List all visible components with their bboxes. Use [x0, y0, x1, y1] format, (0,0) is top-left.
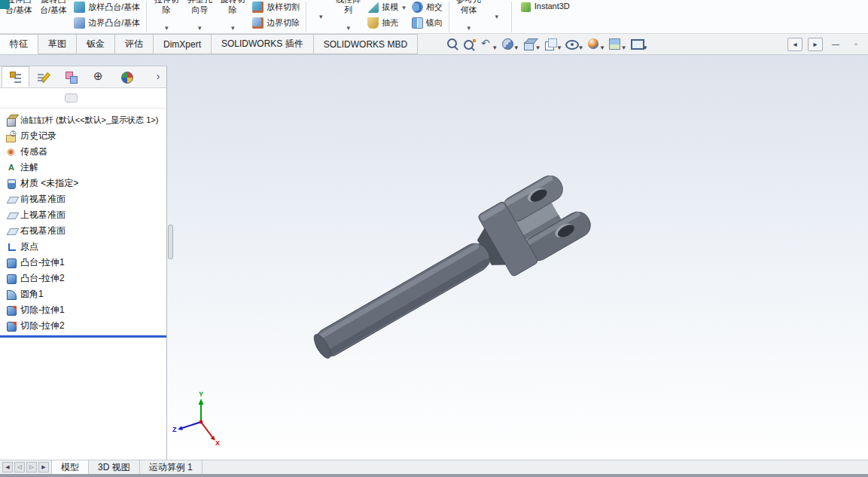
lofted-boss-button[interactable]: 放样凸台/基体 [74, 1, 140, 14]
instant3d-label: Instant3D [535, 2, 570, 11]
tab-dimxpert[interactable]: DimXpert [153, 34, 212, 54]
tab-features[interactable]: 特征 [0, 34, 38, 54]
boundary-boss-icon [74, 17, 85, 29]
headsup-icon [608, 38, 622, 51]
shell-button[interactable]: 抽壳 [367, 17, 406, 29]
revolved-cut-button[interactable]: 旋转切 除 [216, 0, 249, 32]
dropdown-caret-icon[interactable] [231, 23, 235, 32]
tab-scroll-last-button[interactable]: ▶ [38, 462, 49, 472]
tree-item[interactable]: 历史记录 [0, 128, 166, 144]
boundary-boss-button[interactable]: 边界凸台/基体 [74, 17, 140, 29]
triad-z-arrow [178, 426, 183, 430]
linear-pattern-button[interactable]: 线性阵 列 [332, 0, 364, 32]
commandmanager-tab-bar: 特征 草图 钣金 评估 DimXpert SOLIDWORKS 插件 SOLID… [0, 34, 868, 55]
view-orientation-button[interactable] [521, 35, 543, 54]
tab-scroll-first-button[interactable]: ◀ [2, 462, 13, 472]
dropdown-caret-icon[interactable] [558, 39, 562, 53]
hide-show-items-button[interactable] [564, 35, 586, 54]
tab-sheet-metal[interactable]: 钣金 [76, 34, 115, 54]
dropdown-caret-icon[interactable] [495, 11, 498, 20]
dropdown-caret-icon[interactable] [493, 39, 497, 53]
dropdown-caret-icon[interactable] [198, 23, 202, 32]
fillet-button[interactable] [309, 0, 332, 20]
tree-item[interactable]: 上视基准面 [0, 207, 166, 223]
tree-item[interactable]: 凸台-拉伸2 [0, 271, 166, 286]
mirror-button[interactable]: 镜向 [412, 17, 443, 29]
zoom-to-area-button[interactable] [461, 37, 478, 52]
motion-study-1-tab[interactable]: 运动算例 1 [140, 460, 203, 474]
dropdown-caret-icon[interactable] [622, 39, 626, 53]
curves-button[interactable] [486, 0, 508, 20]
collapse-pane-left-button[interactable]: ◂ [787, 38, 803, 51]
tab-solidworks-addins[interactable]: SOLIDWORKS 插件 [211, 34, 314, 54]
edit-appearance-button[interactable] [586, 35, 608, 54]
tab-sketch[interactable]: 草图 [38, 34, 77, 54]
tree-item[interactable]: 前视基准面 [0, 191, 166, 207]
draft-button[interactable]: 拔模 [367, 1, 406, 14]
headsup-icon [544, 38, 558, 51]
tree-item[interactable]: 切除-拉伸2 [0, 318, 166, 334]
dropdown-caret-icon[interactable] [601, 39, 605, 53]
hole-wizard-button[interactable]: 异型孔 向导 [183, 0, 216, 32]
model-cylinder-rod [300, 168, 595, 379]
rollback-bar[interactable] [0, 335, 166, 338]
apply-scene-button[interactable] [607, 35, 629, 54]
shell-label: 抽壳 [382, 17, 398, 29]
reference-geometry-button[interactable]: 参考几 何体 [452, 0, 486, 32]
tab-scroll-left-button[interactable]: ◁ [14, 462, 25, 472]
dropdown-caret-icon[interactable] [319, 11, 323, 20]
tree-item[interactable]: 注解 [0, 160, 166, 176]
mirror-label: 镜向 [426, 17, 443, 29]
tree-item-icon [5, 194, 17, 205]
dimxpertmanager-tab[interactable] [85, 66, 113, 87]
intersect-button[interactable]: 相交 [412, 1, 443, 14]
model-tab[interactable]: 模型 [52, 460, 89, 474]
dropdown-caret-icon[interactable] [402, 3, 406, 11]
revolved-boss-button[interactable]: 旋转凸 台/基体 [36, 0, 71, 16]
featuremanager-tree-tab[interactable] [2, 66, 29, 87]
panel-tab-icon [65, 71, 78, 84]
boundary-cut-button[interactable]: 边界切除 [252, 17, 300, 29]
tree-item[interactable]: 切除-拉伸1 [0, 302, 166, 318]
extruded-cut-button[interactable]: 拉伸切 除 [150, 0, 183, 32]
dropdown-caret-icon[interactable] [515, 39, 519, 53]
tree-item[interactable]: 传感器 [0, 144, 166, 160]
dropdown-caret-icon[interactable] [536, 39, 540, 53]
3d-scene[interactable]: Y Z X [167, 55, 868, 460]
dropdown-caret-icon[interactable] [165, 23, 169, 32]
tree-root-item[interactable]: 油缸缸杆 (默认<<默认>_显示状态 1>) [0, 112, 166, 128]
tab-scroll-right-button[interactable]: ▷ [26, 462, 37, 472]
collapse-pane-right-button[interactable]: ▸ [808, 38, 823, 51]
tab-solidworks-mbd[interactable]: SOLIDWORKS MBD [313, 34, 418, 54]
propertymanager-tab[interactable] [29, 66, 57, 87]
lofted-boss-label: 放样凸台/基体 [88, 2, 140, 13]
instant3d-toggle[interactable]: Instant3D [515, 0, 576, 12]
restore-button[interactable]: ▫ [848, 38, 863, 51]
panel-splitter-handle[interactable] [168, 225, 173, 259]
tree-item[interactable]: 材质 <未指定> [0, 176, 166, 191]
tree-item[interactable]: 圆角1 [0, 286, 166, 302]
previous-view-button[interactable] [478, 35, 500, 54]
lofted-cut-button[interactable]: 放样切割 [252, 1, 300, 14]
tree-item[interactable]: 凸台-拉伸1 [0, 255, 166, 271]
configurationmanager-tab[interactable] [57, 66, 85, 87]
minimize-button[interactable]: — [828, 38, 843, 51]
dropdown-caret-icon[interactable] [467, 23, 471, 32]
dropdown-caret-icon[interactable] [579, 39, 583, 53]
zoom-to-fit-button[interactable] [445, 37, 461, 52]
display-style-button[interactable] [543, 35, 565, 54]
section-view-button[interactable] [500, 35, 522, 54]
panel-expand-arrow[interactable]: › [151, 70, 165, 84]
view-settings-button[interactable] [629, 35, 650, 54]
tree-splitter-handle[interactable] [65, 93, 78, 102]
triad-z-label: Z [172, 426, 177, 433]
3d-views-tab[interactable]: 3D 视图 [89, 460, 140, 474]
tab-evaluate[interactable]: 评估 [114, 34, 154, 54]
tree-item-icon [5, 162, 17, 173]
displaymanager-tab[interactable] [113, 66, 141, 87]
tree-item-icon [5, 289, 17, 300]
tree-item[interactable]: 右视基准面 [0, 223, 166, 239]
panel-tab-strip: › [0, 66, 166, 88]
dropdown-caret-icon[interactable] [346, 23, 350, 32]
tree-item[interactable]: 原点 [0, 239, 166, 255]
